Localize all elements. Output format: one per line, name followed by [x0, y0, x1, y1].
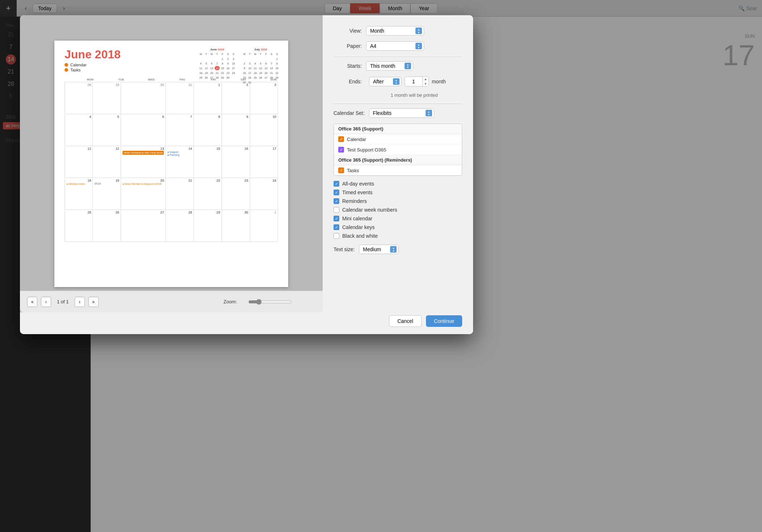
preview-paper: June 2018 Calendar Tasks [54, 41, 288, 287]
group-header-office365: Office 365 (Support) [334, 124, 462, 134]
cal-day-28-prev: 28 [65, 82, 93, 114]
label-mini-calendar: Mini calendar [342, 216, 372, 221]
ends-count-input[interactable] [405, 76, 423, 87]
check-black-white[interactable]: Black and white [334, 233, 462, 239]
text-size-select[interactable]: Medium Small Large [359, 245, 399, 254]
next-page-button[interactable]: › [75, 297, 85, 307]
calendar-list: Office 365 (Support) ✓ Calendar ✓ Test S… [334, 124, 462, 176]
check-reminders[interactable]: ✓ Reminders [334, 198, 462, 204]
divider-1 [334, 57, 462, 57]
cancel-button[interactable]: Cancel [389, 315, 422, 327]
stepper-arrows: ▲ ▼ [423, 76, 429, 87]
cal-checkbox-test-support: ✓ [338, 147, 344, 153]
last-page-button[interactable]: » [88, 297, 99, 307]
cal-day-9: 9 [222, 114, 250, 146]
first-page-button[interactable]: « [27, 297, 37, 307]
cal-checkbox-calendar: ✓ [338, 136, 344, 142]
calendar-grid: MON TUE WED THU FRI SAT SUN 28 29 30 31 … [65, 78, 278, 242]
check-week-numbers[interactable]: Calendar week numbers [334, 207, 462, 213]
cal-day-3: 3 [250, 82, 278, 114]
cal-day-22: 22 [194, 178, 222, 210]
cal-day-25: 25 [65, 210, 93, 242]
starts-row: Starts: This month Next month [334, 61, 462, 71]
checkbox-mini-calendar: ✓ [334, 216, 339, 221]
mini-cal-june-grid: M T W T F S S 1 2 [198, 52, 236, 80]
label-reminders: Reminders [342, 198, 367, 204]
cal-item-calendar[interactable]: ✓ Calendar [334, 134, 462, 145]
ends-row: Ends: After On date ▲ ▼ month [334, 76, 462, 87]
checkbox-allday: ✓ [334, 181, 339, 187]
cal-day-29-prev: 29 [93, 82, 121, 114]
ends-after-select[interactable]: After On date [369, 77, 402, 86]
cal-preview-header: June 2018 Calendar Tasks [54, 41, 288, 76]
legend-dot-calendar [65, 63, 68, 67]
label-calendar-keys: Calendar keys [342, 224, 375, 230]
label-black-white: Black and white [342, 233, 378, 239]
zoom-slider-wrapper [248, 299, 292, 305]
check-calendar-keys[interactable]: ✓ Calendar keys [334, 224, 462, 230]
event-planning: ● Planning [167, 154, 192, 156]
view-row: View: Month Week Day [334, 26, 462, 36]
continue-button[interactable]: Continue [426, 315, 462, 327]
group-header-reminders: Office 365 (Support) (Reminders) [334, 155, 462, 165]
cal-day-13: 13 Write Fantastical Mac Help Book [121, 146, 166, 178]
cal-day-30-prev: 30 [121, 82, 166, 114]
ends-after-wrapper: After On date [369, 77, 402, 86]
ends-unit-label: month [432, 79, 446, 84]
checkbox-reminders: ✓ [334, 198, 339, 204]
calendar-set-select[interactable]: Flexibits iCloud [369, 108, 434, 118]
cal-day-24: 24 [250, 178, 278, 210]
cal-day-28: 28 [166, 210, 194, 242]
cal-day-12: 12 [93, 146, 121, 178]
mini-calendars: June 2018 M T W T F S S [198, 48, 279, 84]
header-mon: MON [65, 78, 95, 81]
checkbox-black-white [334, 233, 339, 239]
label-allday: All-day events [342, 181, 374, 187]
stepper-up-button[interactable]: ▲ [423, 77, 428, 82]
starts-select[interactable]: This month Next month [366, 61, 413, 71]
starts-select-wrapper: This month Next month [366, 61, 413, 71]
calendar-grid-body: 28 29 30 31 1 2 3 4 5 6 7 8 9 10 11 [65, 82, 278, 242]
paper-label: Paper: [334, 43, 366, 49]
cal-day-6: 6 [121, 114, 166, 146]
months-print-info: 1 month will be printed [366, 92, 462, 98]
header-tue: TUE [95, 78, 125, 81]
cal-day-2: 2 [222, 82, 250, 114]
legend-dot-tasks [65, 68, 68, 72]
cal-day-5: 5 [93, 114, 121, 146]
view-select[interactable]: Month Week Day [366, 26, 424, 36]
preview-controls: « ‹ 1 of 1 › » Zoom: [20, 291, 323, 312]
cal-day-4: 4 [65, 114, 93, 146]
cal-item-test-support[interactable]: ✓ Test Support O365 [334, 145, 462, 155]
zoom-slider[interactable] [248, 299, 292, 305]
view-select-wrapper: Month Week Day [366, 26, 424, 36]
page-info: 1 of 1 [57, 299, 69, 304]
checkbox-week-numbers [334, 207, 339, 213]
stepper-down-button[interactable]: ▼ [423, 82, 428, 86]
paper-select[interactable]: A4 Letter [366, 41, 424, 51]
cal-day-29: 29 [194, 210, 222, 242]
mini-cal-july: July 2018 M T W T F S S [242, 48, 279, 84]
divider-2 [334, 104, 462, 104]
check-timed[interactable]: ✓ Timed events [334, 190, 462, 195]
preview-area: June 2018 Calendar Tasks [20, 15, 323, 312]
prev-page-button[interactable]: ‹ [41, 297, 51, 307]
header-thu: THU [156, 78, 186, 81]
check-mini-calendar[interactable]: ✓ Mini calendar [334, 216, 462, 221]
cal-day-20: 20 ● Email Michael re blog post 09:00 [121, 178, 166, 210]
checkbox-timed: ✓ [334, 190, 339, 195]
cal-day-11: 11 [65, 146, 93, 178]
starts-label: Starts: [334, 63, 366, 69]
print-dialog: June 2018 Calendar Tasks [20, 15, 473, 334]
cal-day-7: 7 [166, 114, 194, 146]
paper-select-wrapper: A4 Letter [366, 41, 424, 51]
text-size-label: Text size: [334, 246, 355, 252]
right-panel: View: Month Week Day Paper: A4 Letter [323, 15, 473, 334]
dialog-buttons: Cancel Continue [389, 315, 462, 327]
check-allday[interactable]: ✓ All-day events [334, 181, 462, 187]
label-timed: Timed events [342, 190, 373, 195]
cal-item-tasks[interactable]: ✓ Tasks [334, 165, 462, 175]
cal-day-16: 16 [222, 146, 250, 178]
label-week-numbers: Calendar week numbers [342, 207, 397, 213]
calendar-set-select-wrapper: Flexibits iCloud [369, 108, 434, 118]
